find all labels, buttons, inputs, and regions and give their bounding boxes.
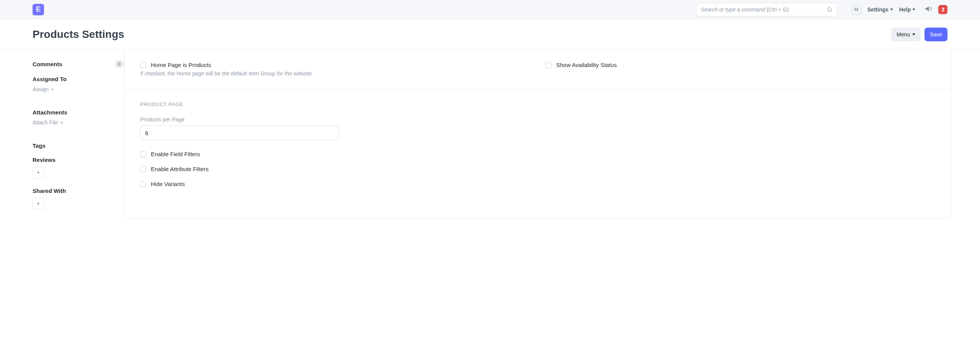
add-share-button[interactable]: + <box>33 198 44 209</box>
svg-point-0 <box>827 7 831 11</box>
enable-attribute-filters-label: Enable Attribute Filters <box>151 166 209 172</box>
form-section-general: Home Page is Products If checked, the Ho… <box>125 50 951 90</box>
help-menu[interactable]: Help <box>899 7 915 13</box>
attach-file-label: Attach File <box>33 119 58 126</box>
products-per-page-label: Products per Page <box>140 116 936 122</box>
chevron-down-icon <box>912 33 915 36</box>
menu-button[interactable]: Menu <box>891 28 921 41</box>
plus-icon: + <box>36 169 40 176</box>
page-title: Products Settings <box>33 28 891 41</box>
global-search[interactable] <box>696 3 838 16</box>
comments-count-badge: 0 <box>114 60 124 68</box>
notification-count: 3 <box>941 7 944 13</box>
show-availability-checkbox[interactable]: Show Availability Status <box>546 62 936 68</box>
user-avatar[interactable]: M <box>851 5 861 15</box>
app-logo-letter: E <box>36 5 41 13</box>
page-header: Products Settings Menu Save <box>0 19 980 50</box>
plus-icon: + <box>51 86 54 92</box>
plus-icon: + <box>36 200 40 207</box>
checkbox-icon <box>140 151 146 157</box>
menu-button-label: Menu <box>897 31 910 38</box>
page-body: Comments 0 Assigned To Assign + Attachme… <box>0 50 980 234</box>
search-icon <box>826 7 833 13</box>
sidebar-tags-label: Tags <box>33 142 124 149</box>
navbar: E M Settings Help 3 <box>0 0 980 19</box>
checkbox-icon <box>140 181 146 187</box>
enable-field-filters-checkbox[interactable]: Enable Field Filters <box>140 151 936 157</box>
user-initial: M <box>854 7 858 12</box>
notification-count-badge[interactable]: 3 <box>938 5 947 14</box>
sidebar-attachments-label: Attachments <box>33 109 124 116</box>
sidebar-comments-row[interactable]: Comments 0 <box>33 60 124 68</box>
products-per-page-input[interactable] <box>140 126 339 140</box>
hide-variants-label: Hide Variants <box>151 181 185 187</box>
home-page-is-products-label: Home Page is Products <box>151 62 211 68</box>
settings-menu[interactable]: Settings <box>867 7 893 13</box>
hide-variants-checkbox[interactable]: Hide Variants <box>140 181 936 187</box>
save-button[interactable]: Save <box>924 28 947 41</box>
announcements-icon[interactable] <box>924 5 932 13</box>
chevron-down-icon <box>912 8 915 11</box>
chevron-down-icon <box>890 8 893 11</box>
home-page-is-products-checkbox[interactable]: Home Page is Products <box>140 62 530 68</box>
attach-file-button[interactable]: Attach File + <box>33 119 63 126</box>
assign-button[interactable]: Assign + <box>33 86 54 92</box>
enable-attribute-filters-checkbox[interactable]: Enable Attribute Filters <box>140 166 936 172</box>
help-label: Help <box>899 7 911 13</box>
svg-line-1 <box>831 11 832 12</box>
assign-label: Assign <box>33 86 49 92</box>
form-section-product-page: Product Page Products per Page Enable Fi… <box>125 90 951 202</box>
search-input[interactable] <box>701 7 826 13</box>
save-button-label: Save <box>930 31 942 38</box>
checkbox-icon <box>140 166 146 172</box>
sidebar-shared-with-label: Shared With <box>33 188 124 194</box>
section-title-product-page: Product Page <box>140 101 936 107</box>
enable-field-filters-label: Enable Field Filters <box>151 151 200 157</box>
sidebar-assigned-to-label: Assigned To <box>33 76 124 82</box>
sidebar: Comments 0 Assigned To Assign + Attachme… <box>33 50 124 219</box>
show-availability-label: Show Availability Status <box>556 62 617 68</box>
sidebar-reviews-label: Reviews <box>33 157 124 163</box>
settings-label: Settings <box>867 7 889 13</box>
plus-icon: + <box>60 119 63 126</box>
form-area: Home Page is Products If checked, the Ho… <box>124 50 951 219</box>
home-page-is-products-help: If checked, the Home page will be the de… <box>140 70 530 77</box>
app-logo[interactable]: E <box>33 4 44 15</box>
checkbox-icon <box>140 62 146 68</box>
sidebar-comments-label: Comments <box>33 61 62 67</box>
checkbox-icon <box>546 62 552 68</box>
add-review-button[interactable]: + <box>33 167 44 178</box>
